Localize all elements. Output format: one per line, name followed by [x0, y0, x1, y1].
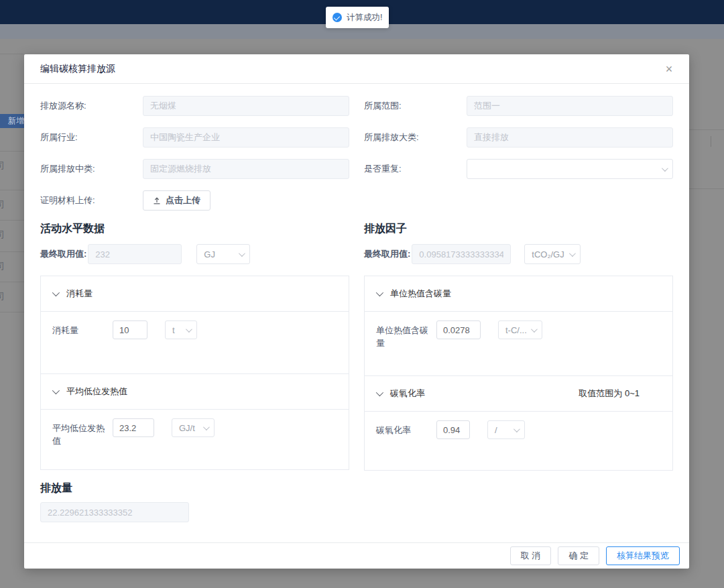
preview-result-button[interactable]: 核算结果预览: [606, 546, 680, 565]
chevron-down-icon: [569, 250, 576, 257]
background-table-row: 司: [0, 229, 8, 241]
factor-section: 排放因子 最终取用值: tCO₂/GJ 单位热值含碳量: [364, 222, 673, 471]
factor-final-label: 最终取用值:: [364, 248, 410, 260]
carbon-content-panel-title: 单位热值含碳量: [390, 288, 451, 300]
background-table-row: 司: [0, 198, 8, 211]
cancel-button[interactable]: 取 消: [510, 546, 552, 565]
emission-mid-label: 所属排放中类:: [40, 163, 143, 175]
form-item-upload: 证明材料上传: 点击上传: [40, 190, 349, 211]
factor-collapse: 单位热值含碳量 单位热值含碳量 t-C/...: [364, 276, 673, 471]
oxidation-rate-unit-select[interactable]: /: [487, 420, 525, 439]
consumption-unit-select[interactable]: t: [165, 320, 197, 339]
background-divider: [689, 129, 724, 130]
source-name-label: 排放源名称:: [40, 100, 143, 112]
background-divider: [711, 136, 711, 147]
duplicate-label: 是否重复:: [364, 163, 467, 175]
close-icon[interactable]: ×: [661, 61, 677, 77]
oxidation-rate-row-label: 碳氧化率: [376, 420, 436, 436]
success-check-icon: [333, 13, 342, 22]
success-toast: 计算成功!: [326, 7, 389, 28]
background-add-button[interactable]: 新增: [0, 114, 24, 128]
chevron-down-icon: [514, 426, 520, 432]
consumption-panel-header[interactable]: 消耗量: [41, 276, 349, 312]
chevron-down-icon: [203, 424, 210, 430]
chevron-down-icon: [52, 289, 60, 296]
activity-collapse: 消耗量 消耗量 t 平均低位发热值: [40, 276, 349, 470]
carbon-content-panel-header[interactable]: 单位热值含碳量: [365, 276, 672, 312]
factor-final-input[interactable]: [412, 244, 511, 264]
heating-value-panel-body: 平均低位发热值 GJ/t: [41, 410, 349, 469]
chevron-down-icon: [376, 389, 383, 396]
industry-input[interactable]: [143, 127, 349, 148]
edit-emission-source-dialog: 编辑碳核算排放源 × 排放源名称: 所属范围: 所属行业: 所: [24, 54, 689, 569]
heating-value-row-label: 平均低位发热值: [52, 418, 113, 447]
emission-major-label: 所属排放大类:: [364, 131, 467, 143]
form-item-scope: 所属范围:: [364, 96, 673, 116]
oxidation-rate-panel-body: 碳氧化率 /: [365, 412, 672, 470]
heating-value-unit-value: GJ/t: [179, 423, 195, 433]
form-item-emission-major: 所属排放大类:: [364, 127, 673, 148]
chevron-down-icon: [376, 289, 383, 296]
chevron-down-icon: [662, 165, 668, 172]
chevron-down-icon: [186, 326, 192, 333]
duplicate-select[interactable]: [467, 159, 673, 179]
confirm-button[interactable]: 确 定: [558, 546, 599, 565]
oxidation-rate-input[interactable]: [436, 420, 470, 439]
activity-final-label: 最终取用值:: [40, 248, 86, 260]
heating-value-panel-header[interactable]: 平均低位发热值: [41, 374, 349, 410]
carbon-content-unit-select[interactable]: t-C/...: [498, 320, 542, 339]
consumption-panel-body: 消耗量 t: [41, 312, 349, 374]
background-table-line: [0, 190, 24, 190]
carbon-content-row-label: 单位热值含碳量: [376, 320, 436, 349]
background-table-row: 司: [0, 290, 8, 302]
emission-result-title: 排放量: [40, 481, 673, 495]
dialog-footer: 取 消 确 定 核算结果预览: [24, 542, 689, 569]
background-table-row: 司: [0, 260, 8, 272]
scope-label: 所属范围:: [364, 100, 467, 112]
carbon-content-unit-value: t-C/...: [505, 325, 527, 335]
data-sections: 活动水平数据 最终取用值: GJ 消耗量: [40, 222, 673, 471]
factor-unit-value: tCO₂/GJ: [532, 249, 564, 259]
source-name-input[interactable]: [143, 96, 349, 116]
activity-unit-value: GJ: [204, 249, 215, 259]
background-table-row: 司: [0, 160, 8, 172]
oxidation-rate-unit-value: /: [495, 425, 497, 435]
emission-mid-input[interactable]: [143, 159, 349, 179]
upload-label: 证明材料上传:: [40, 194, 143, 207]
consumption-row-label: 消耗量: [52, 320, 113, 337]
activity-unit-select[interactable]: GJ: [196, 244, 250, 264]
form-grid: 排放源名称: 所属范围: 所属行业: 所属排放大类: 所属排放中类:: [40, 96, 673, 211]
chevron-down-icon: [531, 326, 538, 333]
factor-final-row: 最终取用值: tCO₂/GJ: [364, 244, 673, 264]
form-item-source-name: 排放源名称:: [40, 96, 349, 116]
carbon-content-panel-body: 单位热值含碳量 t-C/...: [365, 312, 672, 376]
activity-final-row: 最终取用值: GJ: [40, 244, 349, 264]
upload-button[interactable]: 点击上传: [143, 190, 210, 211]
factor-section-title: 排放因子: [364, 222, 673, 236]
emission-result-input[interactable]: [40, 502, 189, 522]
background-table-line: [0, 220, 24, 221]
oxidation-rate-panel-note: 取值范围为 0~1: [579, 388, 640, 400]
emission-major-input[interactable]: [467, 127, 673, 148]
background-divider: [0, 54, 24, 54]
form-item-emission-mid: 所属排放中类:: [40, 159, 349, 179]
consumption-unit-value: t: [172, 325, 175, 335]
consumption-input[interactable]: [113, 320, 147, 339]
page: 新增 司 司 司 司 司 计算成功! 编辑碳核算排放源 × 排放源名称:: [0, 0, 724, 588]
dialog-header: 编辑碳核算排放源 ×: [24, 54, 689, 84]
form-item-industry: 所属行业:: [40, 127, 349, 148]
activity-section: 活动水平数据 最终取用值: GJ 消耗量: [40, 222, 349, 471]
activity-section-title: 活动水平数据: [40, 222, 349, 236]
activity-final-input[interactable]: [88, 244, 182, 264]
heating-value-input[interactable]: [113, 418, 154, 437]
factor-unit-select[interactable]: tCO₂/GJ: [524, 244, 581, 264]
chevron-down-icon: [239, 250, 245, 257]
dialog-title: 编辑碳核算排放源: [40, 63, 115, 75]
toast-message: 计算成功!: [347, 12, 382, 23]
scope-input[interactable]: [467, 96, 673, 116]
heating-value-unit-select[interactable]: GJ/t: [172, 418, 215, 437]
oxidation-rate-panel-header[interactable]: 碳氧化率 取值范围为 0~1: [365, 376, 672, 412]
industry-label: 所属行业:: [40, 131, 143, 143]
chevron-down-icon: [52, 387, 60, 394]
carbon-content-input[interactable]: [436, 320, 481, 339]
